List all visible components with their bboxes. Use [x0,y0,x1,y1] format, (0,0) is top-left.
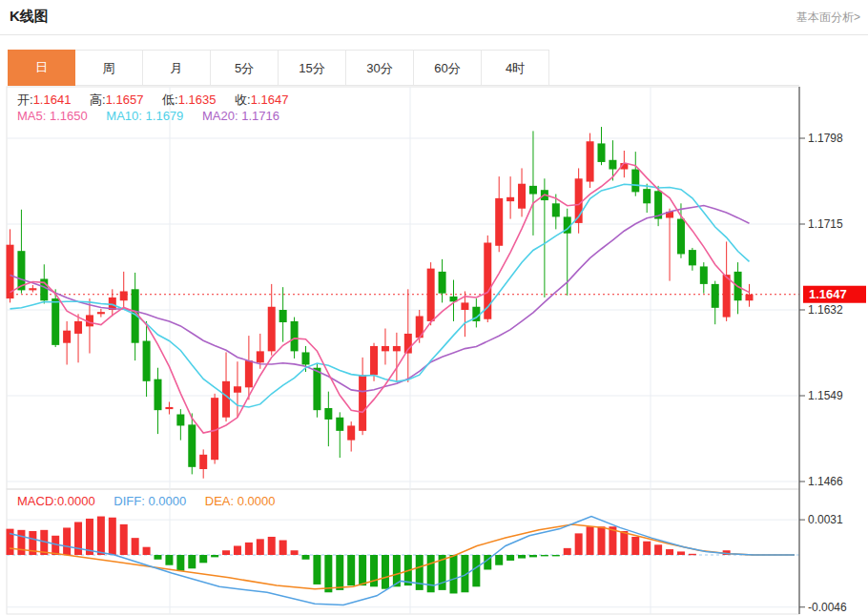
candle-body [643,189,651,203]
macd-histogram-bar [176,555,184,571]
macd-histogram-bar [654,544,662,555]
candle-body [712,284,719,308]
fundamental-analysis-link[interactable]: 基本面分析> [796,10,860,26]
macd-histogram-bar [165,555,173,565]
candle-body [518,184,526,209]
candle-body [222,381,230,418]
candle-body [359,375,366,431]
dea-value: 0.0000 [238,494,276,508]
candle-body [393,346,401,351]
candle-body [176,415,184,426]
macd-histogram-bar [97,517,105,555]
macd-histogram-bar [211,555,218,557]
page-header: K线图 基本面分析> [0,0,868,35]
period-tabbar: 日周月5分15分30分60分4时 [8,50,799,86]
main-panel-border [7,87,799,489]
candle-body [324,408,332,420]
candle-body [746,295,754,301]
candle-body [587,141,594,181]
tab-周[interactable]: 周 [75,50,143,86]
candle-body [97,312,105,314]
open-label: 开: [17,92,33,107]
macd-histogram-bar [427,555,435,592]
diff-label: DIFF: [114,494,145,508]
macd-histogram-bar [199,555,207,563]
candle-body [506,197,514,201]
candle-body [529,186,537,195]
price-axis-label: 1.1466 [808,475,843,488]
low-label: 低: [162,92,178,107]
macd-histogram-bar [541,555,548,556]
macd-histogram-bar [188,555,196,568]
macd-histogram-bar [416,555,424,590]
macd-histogram-bar [506,555,514,561]
candle-body [165,407,173,409]
candle-body [631,170,639,193]
macd-histogram-bar [7,529,14,555]
macd-histogram-bar [257,539,264,555]
ma5-label: MA5: [17,109,46,123]
candle-body [257,351,264,362]
tab-30分[interactable]: 30分 [346,50,414,86]
macd-histogram-bar [143,547,151,555]
macd-histogram-bar [120,524,128,555]
macd-histogram-bar [529,555,537,557]
macd-axis-label: 0.0031 [808,513,843,526]
price-axis-label: 1.1715 [808,217,843,231]
candle-body [120,291,128,300]
macd-histogram-bar [564,548,571,555]
candle-body [336,418,343,431]
candle-body [677,219,685,255]
tab-60分[interactable]: 60分 [414,50,482,86]
macd-histogram-bar [472,555,480,586]
macd-histogram-bar [245,543,253,555]
candle-body [143,341,151,381]
macd-histogram-bar [575,533,583,555]
candle-body [74,321,82,334]
candle-body [302,352,310,364]
candle-body [382,346,389,351]
macd-histogram-bar [552,555,560,556]
ohlc-row: 开:1.1641 高:1.1657 低:1.1635 收:1.1647 [17,92,303,109]
macd-histogram-bar [17,530,25,555]
macd-histogram-bar [495,555,503,565]
ma20-value: 1.1716 [241,109,279,123]
tab-4时[interactable]: 4时 [482,50,549,86]
candle-body [461,302,468,310]
macd-histogram-bar [450,555,458,593]
dea-label: DEA: [205,494,234,508]
candle-body [279,310,287,322]
tab-15分[interactable]: 15分 [279,50,346,86]
macd-histogram-bar [313,555,320,584]
candle-body [370,346,378,375]
candle-body [268,307,276,352]
page-title: K线图 [10,8,49,26]
macd-histogram-bar [222,550,230,555]
macd-histogram-bar [587,526,594,555]
macd-histogram-bar [677,551,685,555]
open-value: 1.1641 [33,92,72,107]
macd-histogram-bar [155,555,162,560]
candle-body [188,424,196,466]
high-label: 高: [90,92,106,107]
ma10-label: MA10: [106,109,142,123]
macd-histogram-bar [63,527,71,555]
candle-body [439,272,446,294]
candle-body [52,298,59,345]
tab-5分[interactable]: 5分 [211,50,279,86]
macd-axis-label: -0.0046 [808,601,847,614]
macd-histogram-bar [109,518,116,555]
macd-histogram-bar [268,537,276,555]
macd-histogram-bar [279,541,287,555]
current-price-badge-text: 1.1647 [809,287,847,301]
tab-日[interactable]: 日 [8,50,75,86]
diff-value: 0.0000 [148,494,186,508]
tab-月[interactable]: 月 [143,50,211,86]
candle-body [609,160,616,170]
candle-body [245,360,253,387]
macd-histogram-bar [132,538,139,555]
candle-body [598,143,606,162]
macd-label: MACD: [17,494,57,508]
macd-histogram-bar [336,555,343,590]
ma-row: MA5: 1.1650 MA10: 1.1679 MA20: 1.1716 [17,109,295,123]
